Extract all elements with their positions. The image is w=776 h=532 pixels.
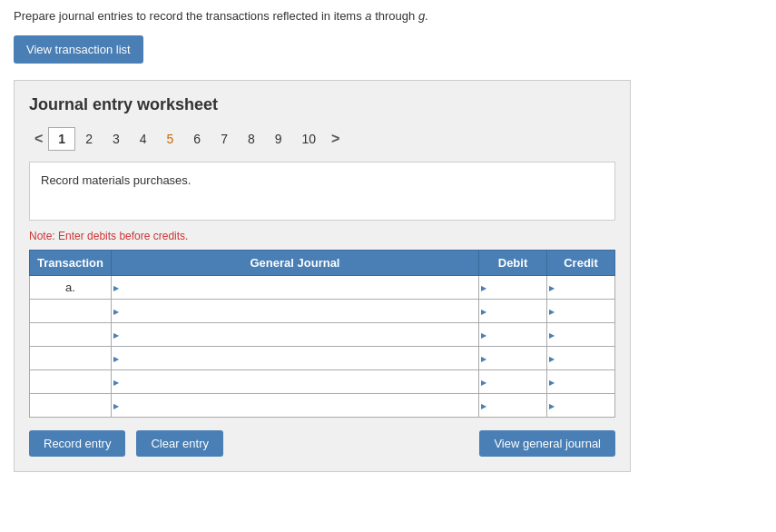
action-buttons: Record entry Clear entry View general jo… [29,430,615,457]
general-journal-input[interactable] [112,276,478,299]
credit-cell[interactable] [547,347,615,370]
transaction-cell [30,323,112,347]
debit-cell[interactable] [479,323,547,347]
col-header-transaction: Transaction [30,251,112,276]
general-journal-cell[interactable] [112,370,479,394]
debit-cell[interactable] [479,394,547,418]
tab-4[interactable]: 4 [130,127,157,151]
credit-input[interactable] [547,347,614,369]
clear-entry-button[interactable]: Clear entry [136,430,223,457]
tab-5[interactable]: 5 [157,127,184,151]
tab-3[interactable]: 3 [103,127,130,151]
description-box: Record materials purchases. [29,162,615,221]
general-journal-cell[interactable] [112,394,479,418]
view-transaction-list-button[interactable]: View transaction list [14,35,143,64]
transaction-cell [30,370,112,394]
credit-cell[interactable] [547,300,615,323]
worksheet-title: Journal entry worksheet [29,95,615,114]
prev-tab-button[interactable]: < [29,129,48,149]
general-journal-input[interactable] [112,394,478,417]
view-general-journal-button[interactable]: View general journal [479,430,615,457]
transaction-cell [30,347,112,370]
note-text: Note: Enter debits before credits. [29,230,615,242]
tab-navigation: < 1 2 3 4 5 6 7 8 9 10 > [29,127,615,151]
table-row [30,394,615,418]
tab-7[interactable]: 7 [211,127,238,151]
credit-cell[interactable] [547,323,615,347]
credit-input[interactable] [547,276,614,299]
debit-cell[interactable] [479,370,547,394]
debit-cell[interactable] [479,276,547,300]
credit-input[interactable] [547,323,614,346]
tab-6[interactable]: 6 [183,127,211,151]
credit-cell[interactable] [547,370,615,394]
journal-table: Transaction General Journal Debit Credit… [29,250,615,418]
tab-1[interactable]: 1 [48,127,75,151]
general-journal-cell[interactable] [112,300,479,323]
col-header-debit: Debit [479,251,547,276]
debit-cell[interactable] [479,300,547,323]
intro-text: Prepare journal entries to record the tr… [14,9,762,23]
table-row [30,323,615,347]
debit-input[interactable] [479,300,546,322]
record-entry-button[interactable]: Record entry [29,430,125,457]
debit-input[interactable] [479,370,546,393]
next-tab-button[interactable]: > [326,129,345,149]
debit-input[interactable] [479,276,546,299]
debit-cell[interactable] [479,347,547,370]
table-row [30,370,615,394]
tab-10[interactable]: 10 [292,127,327,151]
transaction-cell [30,394,112,418]
general-journal-cell[interactable] [112,323,479,347]
general-journal-input[interactable] [112,370,478,393]
tab-8[interactable]: 8 [238,127,265,151]
worksheet-container: Journal entry worksheet < 1 2 3 4 5 6 7 … [14,80,631,472]
transaction-cell: a. [30,276,112,300]
col-header-general-journal: General Journal [112,251,479,276]
general-journal-input[interactable] [112,300,478,322]
general-journal-input[interactable] [112,347,478,369]
general-journal-input[interactable] [112,323,478,346]
tab-9[interactable]: 9 [265,127,292,151]
credit-input[interactable] [547,370,614,393]
general-journal-cell[interactable] [112,347,479,370]
debit-input[interactable] [479,323,546,346]
table-row [30,300,615,323]
table-row [30,347,615,370]
description-text: Record materials purchases. [41,173,191,187]
table-row: a. [30,276,615,300]
tab-2[interactable]: 2 [75,127,103,151]
credit-input[interactable] [547,300,614,322]
transaction-cell [30,300,112,323]
credit-cell[interactable] [547,276,615,300]
col-header-credit: Credit [547,251,615,276]
general-journal-cell[interactable] [112,276,479,300]
debit-input[interactable] [479,394,546,417]
credit-input[interactable] [547,394,614,417]
debit-input[interactable] [479,347,546,369]
credit-cell[interactable] [547,394,615,418]
